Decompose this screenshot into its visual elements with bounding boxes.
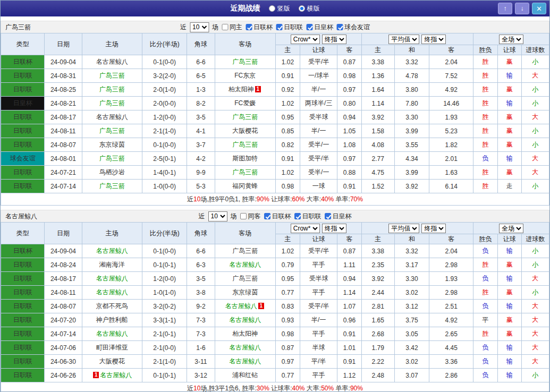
away-team-cell: 名古屋鲸八 bbox=[215, 258, 275, 272]
avg-select[interactable]: 平均值 bbox=[388, 35, 419, 44]
team-name-text: 广岛三箭 bbox=[99, 182, 125, 190]
score-cell: 2-1(0-1) bbox=[142, 327, 187, 341]
team-name-text: 名古屋鲸八 bbox=[96, 247, 128, 254]
score-cell: 0-1(0-0) bbox=[142, 244, 187, 258]
radio-selected-icon[interactable] bbox=[299, 5, 305, 12]
scroll-up-button[interactable]: ↑ bbox=[498, 3, 512, 14]
checkbox-icon[interactable] bbox=[306, 24, 312, 30]
filter-bar: 近10场同主日联杯日职联日皇杯球会友谊 bbox=[180, 22, 370, 32]
header-select-group: Crow*终指 bbox=[275, 33, 361, 45]
avg-stage-select[interactable]: 终指 bbox=[421, 224, 446, 233]
layout-option-horizontal[interactable]: 横版 bbox=[299, 4, 320, 13]
checkbox-icon[interactable] bbox=[264, 213, 270, 219]
league-filter[interactable]: 日皇杯 bbox=[306, 23, 333, 32]
section-header: 广岛三箭近10场同主日联杯日职联日皇杯球会友谊 bbox=[1, 21, 549, 33]
bookmaker-select[interactable]: Crow* bbox=[291, 224, 320, 233]
avg-odds-home: 3.38 bbox=[361, 55, 394, 69]
handicap-odds-away: 0.87 bbox=[337, 55, 361, 69]
avg-odds-away: 14.46 bbox=[429, 97, 473, 110]
team-name-text: 名古屋鲸八 bbox=[96, 288, 128, 296]
handicap-line: 两球半/三 bbox=[300, 97, 337, 110]
scope-select[interactable]: 全场 bbox=[499, 224, 523, 233]
avg-odds-away: 4.92 bbox=[429, 313, 473, 327]
corner-cell: 5-3 bbox=[187, 180, 215, 193]
column-header: 类型 bbox=[1, 33, 45, 55]
recent-label: 近 bbox=[199, 212, 205, 221]
corner-cell: 6-6 bbox=[187, 244, 215, 258]
home-team-cell: 广岛三箭 bbox=[82, 180, 142, 193]
sections-container: 广岛三箭近10场同主日联杯日职联日皇杯球会友谊类型日期主场比分(半场)角球客场C… bbox=[1, 21, 549, 392]
header-select-group: 平均值终指 bbox=[361, 223, 473, 234]
result-handicap: 输 bbox=[497, 341, 521, 355]
match-row: 日职联24-07-14广岛三箭1-0(0-0)5-3福冈黄蜂0.98一球0.91… bbox=[1, 180, 549, 193]
bookmaker-stage-select[interactable]: 终指 bbox=[322, 224, 346, 233]
score-cell: 2-1(1-0) bbox=[142, 355, 187, 369]
bookmaker-stage-select[interactable]: 终指 bbox=[322, 35, 346, 44]
layout-option-vertical[interactable]: 竖版 bbox=[269, 4, 290, 13]
radio-unselected-icon[interactable] bbox=[269, 5, 275, 12]
score-cell: 2-0(1-0) bbox=[142, 83, 187, 97]
checkbox-icon[interactable] bbox=[336, 24, 343, 30]
league-filter[interactable]: 日皇杯 bbox=[325, 212, 352, 221]
result-goals: 大 bbox=[521, 313, 549, 327]
match-date: 24-09-04 bbox=[45, 244, 82, 258]
checkbox-icon[interactable] bbox=[276, 24, 282, 30]
avg-odds-home: 1.79 bbox=[361, 341, 394, 355]
avg-odds-draw: 4.34 bbox=[394, 152, 429, 166]
bookmaker-select[interactable]: Crow* bbox=[291, 35, 320, 44]
team-name-text: 广岛三箭 bbox=[232, 58, 258, 65]
result-wdl: 胜 bbox=[473, 124, 497, 138]
scope-select[interactable]: 全场 bbox=[499, 35, 523, 44]
checkbox-icon[interactable] bbox=[325, 213, 331, 219]
avg-odds-draw: 3.32 bbox=[394, 55, 429, 69]
avg-odds-draw: 3.92 bbox=[394, 180, 429, 193]
handicap-odds-home: 1.02 bbox=[275, 97, 300, 110]
handicap-odds-home: 1.02 bbox=[275, 166, 300, 180]
handicap-odds-home: 0.93 bbox=[275, 313, 300, 327]
same-venue-filter[interactable]: 同主 bbox=[222, 23, 242, 32]
column-subheader: 让球 bbox=[300, 234, 337, 244]
result-handicap: 输 bbox=[497, 244, 521, 258]
recent-count-select[interactable]: 10 bbox=[190, 22, 209, 32]
checkbox-icon[interactable] bbox=[246, 24, 252, 30]
team-name-text: 广岛三箭 bbox=[232, 141, 258, 148]
recent-count-select[interactable]: 10 bbox=[208, 211, 227, 221]
same-venue-filter[interactable]: 同客 bbox=[240, 212, 261, 221]
league-filter[interactable]: 日联杯 bbox=[246, 23, 273, 32]
checkbox-icon[interactable] bbox=[240, 213, 247, 219]
avg-odds-draw: 3.99 bbox=[394, 124, 429, 138]
match-date: 24-07-06 bbox=[45, 341, 82, 355]
handicap-odds-home: 0.83 bbox=[275, 300, 300, 313]
close-button[interactable]: ✕ bbox=[532, 3, 546, 14]
league-filter[interactable]: 日职联 bbox=[294, 212, 321, 221]
league-filter[interactable]: 日联杯 bbox=[264, 212, 291, 221]
handicap-odds-away: 1.01 bbox=[337, 341, 361, 355]
games-label: 场 bbox=[212, 23, 218, 32]
header-select-group: Crow*终指 bbox=[275, 223, 361, 234]
handicap-odds-home: 0.79 bbox=[275, 258, 300, 272]
result-handicap: 赢 bbox=[497, 166, 521, 180]
checkbox-icon[interactable] bbox=[294, 213, 301, 219]
column-subheader: 进球数 bbox=[521, 45, 549, 55]
team-name-text: 名古屋鲸八 bbox=[229, 261, 261, 268]
avg-select[interactable]: 平均值 bbox=[388, 224, 419, 233]
avg-stage-select[interactable]: 终指 bbox=[421, 35, 446, 44]
avg-odds-home: 4.08 bbox=[361, 138, 394, 152]
result-goals: 大 bbox=[521, 327, 549, 341]
result-handicap: 输 bbox=[497, 355, 521, 369]
checkbox-icon[interactable] bbox=[222, 24, 228, 30]
match-row: 日联杯24-09-04名古屋鲸八0-1(0-0)6-6广岛三箭1.02受平/半0… bbox=[1, 244, 549, 258]
scroll-down-button[interactable]: ↓ bbox=[515, 3, 529, 14]
corner-cell: 9-9 bbox=[187, 166, 215, 180]
score-cell: 1-4(0-1) bbox=[142, 166, 187, 180]
avg-odds-away: 2.98 bbox=[429, 286, 473, 300]
league-filter[interactable]: 球会友谊 bbox=[336, 23, 370, 32]
avg-odds-away: 3.36 bbox=[429, 355, 473, 369]
column-subheader: 主 bbox=[275, 234, 300, 244]
avg-odds-away: 1.82 bbox=[429, 138, 473, 152]
league-type-cell: 日职联 bbox=[1, 69, 45, 83]
league-filter[interactable]: 日职联 bbox=[276, 23, 303, 32]
match-date: 24-07-21 bbox=[45, 166, 82, 180]
away-team-cell: FC爱媛 bbox=[215, 97, 275, 110]
column-subheader: 胜负 bbox=[473, 234, 497, 244]
